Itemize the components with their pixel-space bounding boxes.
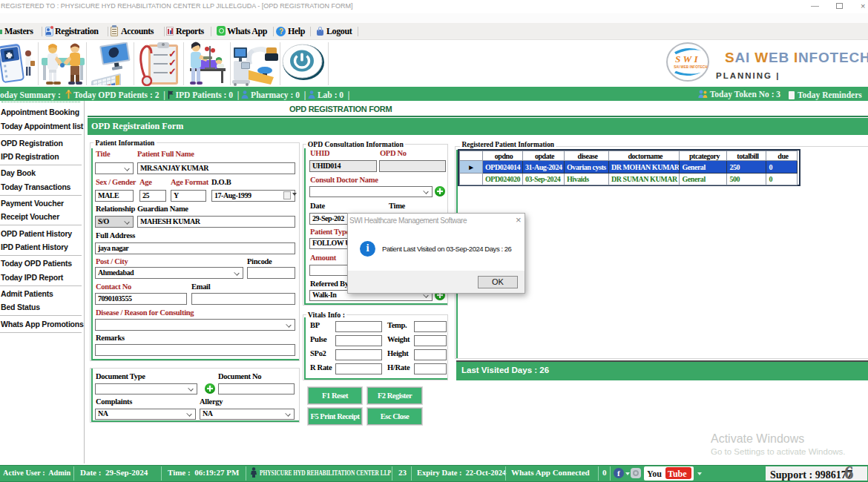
svg-text:SAI WEB INFOTECH: SAI WEB INFOTECH — [674, 65, 708, 69]
svg-text:✓: ✓ — [168, 66, 177, 77]
svg-text:I: I — [693, 53, 698, 65]
svg-text:W: W — [683, 53, 692, 65]
svg-text:S: S — [675, 53, 680, 65]
